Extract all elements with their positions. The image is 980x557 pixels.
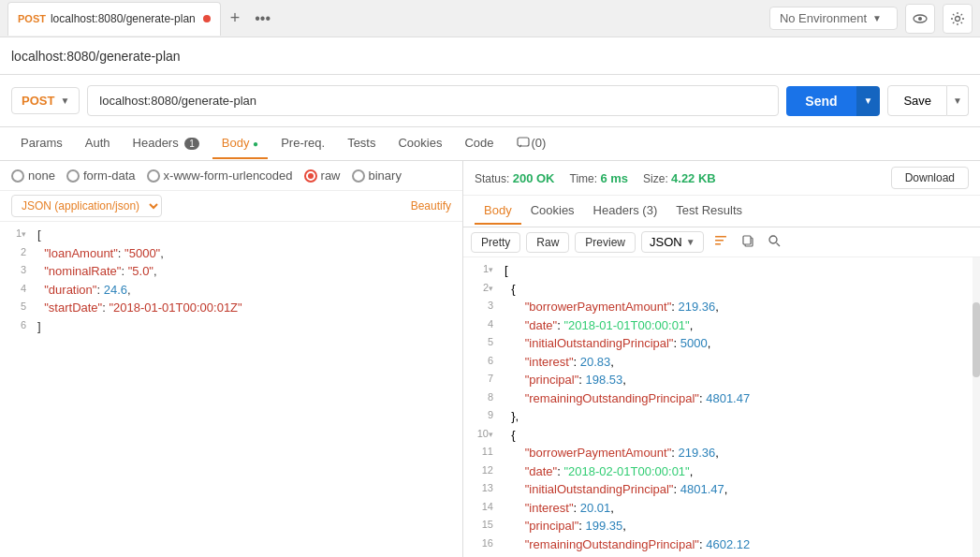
tab-code[interactable]: Code xyxy=(455,128,503,159)
code-line-2: 2 "loanAmount": "5000", xyxy=(0,244,462,263)
time-label: Time: 6 ms xyxy=(570,171,629,185)
resp-line-4: 4 "date": "2018-01-01T00:00:01", xyxy=(463,316,980,335)
json-type-select[interactable]: JSON (application/json) xyxy=(11,195,162,217)
json-select-row: JSON (application/json) Beautify xyxy=(0,191,462,222)
svg-point-1 xyxy=(918,17,922,21)
resp-tab-body[interactable]: Body xyxy=(475,198,521,225)
resp-line-8: 8 "remainingOutstandingPrincipal": 4801.… xyxy=(463,389,980,408)
settings-icon xyxy=(950,11,965,26)
tab-auth[interactable]: Auth xyxy=(76,128,120,159)
save-button[interactable]: Save xyxy=(887,85,947,116)
svg-rect-5 xyxy=(715,240,724,242)
binary-label: binary xyxy=(369,169,402,183)
resp-line-11: 11 "borrowerPaymentAmount": 219.36, xyxy=(463,444,980,462)
none-label: none xyxy=(28,169,55,183)
json-type-label: JSON xyxy=(650,235,682,249)
tab-method: POST xyxy=(18,13,46,24)
body-type-options: none form-data x-www-form-urlencoded raw… xyxy=(0,161,462,191)
response-json-type[interactable]: JSON ▼ xyxy=(641,231,704,253)
method-selector[interactable]: POST ▼ xyxy=(11,87,80,114)
search-icon-button[interactable] xyxy=(764,232,784,252)
resp-line-1: 1▾ [ xyxy=(463,261,980,280)
resp-line-6: 6 "interest": 20.83, xyxy=(463,353,980,372)
svg-rect-6 xyxy=(715,243,721,245)
request-body-editor[interactable]: 1▾ [ 2 "loanAmount": "5000", 3 "nominalR… xyxy=(0,222,462,557)
scrollbar-thumb[interactable] xyxy=(973,302,980,377)
tab-tests[interactable]: Tests xyxy=(338,128,385,159)
resp-tab-headers[interactable]: Headers (3) xyxy=(584,198,667,225)
svg-line-10 xyxy=(776,243,780,247)
response-code-view[interactable]: 1▾ [ 2▾ { 3 "borrowerPaymentAmount": 219… xyxy=(463,257,980,557)
tab-dot xyxy=(203,15,211,22)
resp-tab-cookies[interactable]: Cookies xyxy=(521,198,584,225)
size-value: 4.22 KB xyxy=(671,171,716,185)
left-panel: none form-data x-www-form-urlencoded raw… xyxy=(0,161,463,557)
pretty-button[interactable]: Pretty xyxy=(471,232,520,253)
urlencoded-label: x-www-form-urlencoded xyxy=(164,169,293,183)
option-none[interactable]: none xyxy=(11,169,55,183)
resp-line-9: 9 }, xyxy=(463,407,980,426)
send-button[interactable]: Send xyxy=(786,86,856,116)
raw-button[interactable]: Raw xyxy=(526,232,569,253)
tab-cookies[interactable]: Cookies xyxy=(388,128,451,159)
resp-line-2: 2▾ { xyxy=(463,280,980,299)
right-panel: Status: 200 OK Time: 6 ms Size: 4.22 KB … xyxy=(463,161,980,557)
send-dropdown-button[interactable]: ▼ xyxy=(856,86,881,116)
svg-point-9 xyxy=(769,236,777,243)
scrollbar-track[interactable] xyxy=(973,257,980,557)
download-button[interactable]: Download xyxy=(891,167,969,189)
beautify-button[interactable]: Beautify xyxy=(411,199,451,213)
save-button-group: Save ▼ xyxy=(887,85,969,116)
form-data-radio[interactable] xyxy=(66,169,80,183)
address-text: localhost:8080/generate-plan xyxy=(11,49,181,64)
option-raw[interactable]: raw xyxy=(304,169,341,183)
svg-rect-3 xyxy=(518,138,529,146)
eye-icon xyxy=(913,11,928,26)
address-bar: localhost:8080/generate-plan xyxy=(0,37,980,75)
code-line-1: 1▾ [ xyxy=(0,226,462,244)
eye-icon-button[interactable] xyxy=(905,4,935,34)
resp-line-5: 5 "initialOutstandingPrincipal": 5000, xyxy=(463,334,980,353)
none-radio[interactable] xyxy=(11,169,24,183)
status-label: Status: 200 OK xyxy=(475,171,555,185)
sort-icon-button[interactable] xyxy=(709,231,732,253)
resp-line-13: 13 "initialOutstandingPrincipal": 4801.4… xyxy=(463,480,980,499)
url-input[interactable] xyxy=(87,85,779,116)
svg-point-2 xyxy=(956,16,960,21)
preview-button[interactable]: Preview xyxy=(575,232,636,253)
tab-headers[interactable]: Headers 1 xyxy=(124,128,209,159)
code-line-6: 6 ] xyxy=(0,317,462,336)
copy-icon-button[interactable] xyxy=(738,232,758,252)
more-tabs-button[interactable]: ••• xyxy=(247,10,278,27)
tab-body[interactable]: Body ● xyxy=(212,128,268,159)
tab-prereq[interactable]: Pre-req. xyxy=(271,128,334,159)
resp-line-16: 16 "remainingOutstandingPrincipal": 4602… xyxy=(463,535,980,554)
tab-params[interactable]: Params xyxy=(11,128,72,159)
search-icon xyxy=(768,234,781,247)
copy-icon xyxy=(741,234,754,247)
option-form-data[interactable]: form-data xyxy=(66,169,136,183)
body-dot: ● xyxy=(253,139,258,149)
environment-selector[interactable]: No Environment ▼ xyxy=(769,7,898,30)
urlencoded-radio[interactable] xyxy=(147,169,160,183)
request-tabs: Params Auth Headers 1 Body ● Pre-req. Te… xyxy=(0,127,980,161)
settings-icon-button[interactable] xyxy=(943,4,973,34)
raw-radio[interactable] xyxy=(304,169,317,183)
comment-icon xyxy=(517,137,530,150)
json-type-arrow: ▼ xyxy=(686,237,695,247)
resp-line-14: 14 "interest": 20.01, xyxy=(463,499,980,518)
form-data-label: form-data xyxy=(83,169,136,183)
active-tab[interactable]: POST localhost:8080/generate-plan xyxy=(7,2,221,36)
save-dropdown-button[interactable]: ▼ xyxy=(947,85,969,116)
resp-tab-test-results[interactable]: Test Results xyxy=(666,198,752,225)
svg-rect-8 xyxy=(743,236,751,244)
resp-line-15: 15 "principal": 199.35, xyxy=(463,517,980,535)
size-label: Size: 4.22 KB xyxy=(643,171,716,185)
code-line-3: 3 "nominalRate": "5.0", xyxy=(0,262,462,281)
option-binary[interactable]: binary xyxy=(352,169,402,183)
add-tab-button[interactable]: + xyxy=(223,8,248,28)
binary-radio[interactable] xyxy=(352,169,365,183)
option-urlencoded[interactable]: x-www-form-urlencoded xyxy=(147,169,293,183)
tab-comments[interactable]: (0) xyxy=(507,128,556,159)
main-content: none form-data x-www-form-urlencoded raw… xyxy=(0,161,980,557)
